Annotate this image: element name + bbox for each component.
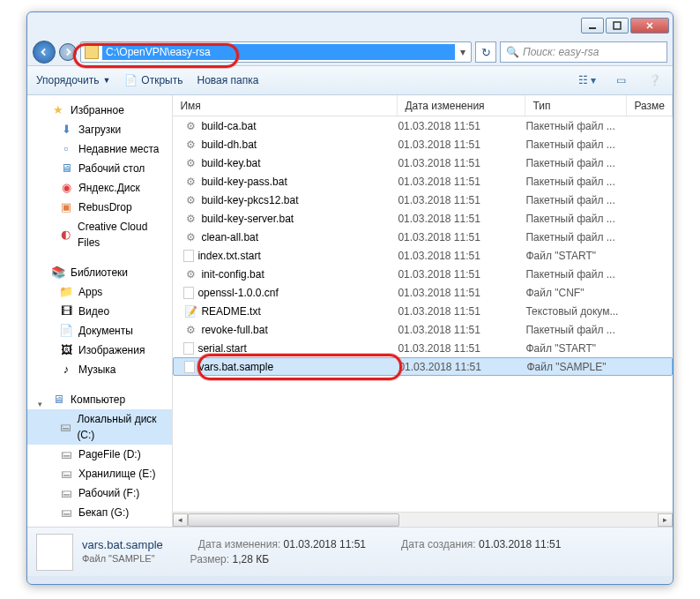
documents-icon: 📄 (59, 324, 73, 338)
newfolder-button[interactable]: Новая папка (197, 74, 258, 86)
star-icon: ★ (51, 103, 65, 117)
file-row[interactable]: 📝README.txt01.03.2018 11:51Текстовый док… (173, 302, 673, 320)
sidebar-libraries[interactable]: 📚Библиотеки (27, 263, 172, 282)
col-type[interactable]: Тип (525, 95, 627, 116)
sidebar-music[interactable]: ♪Музыка (27, 360, 172, 379)
hscrollbar[interactable]: ◂ ▸ (173, 512, 673, 527)
file-name: build-key-pass.bat (201, 176, 287, 188)
search-icon: 🔍 (506, 46, 519, 58)
address-dropdown[interactable]: ▾ (455, 46, 471, 58)
bat-file-icon: ⚙ (183, 175, 197, 189)
blank-file-icon (183, 287, 194, 299)
nav-bar: C:\OpenVPN\easy-rsa ▾ ↻ 🔍 Поиск: easy-rs… (27, 39, 673, 65)
address-bar[interactable]: C:\OpenVPN\easy-rsa ▾ (80, 41, 472, 63)
desktop-icon: 🖥 (59, 161, 73, 176)
column-headers: Имя Дата изменения Тип Разме (173, 95, 673, 116)
file-row[interactable]: ⚙build-dh.bat01.03.2018 11:51Пакетный фа… (173, 135, 673, 153)
sidebar-documents[interactable]: 📄Документы (27, 321, 172, 341)
sidebar-favorites[interactable]: ★Избранное (27, 101, 172, 120)
file-type: Пакетный файл ... (525, 231, 631, 243)
file-date: 01.03.2018 11:51 (398, 361, 526, 373)
file-row[interactable]: ⚙revoke-full.bat01.03.2018 11:51Пакетный… (173, 320, 673, 339)
file-date: 01.03.2018 11:51 (398, 268, 525, 281)
refresh-button[interactable]: ↻ (475, 41, 496, 63)
explorer-window: C:\OpenVPN\easy-rsa ▾ ↻ 🔍 Поиск: easy-rs… (26, 11, 674, 585)
svg-rect-0 (589, 27, 596, 29)
file-type: Файл "CNF" (525, 287, 631, 299)
forward-button[interactable] (59, 43, 77, 61)
file-name: README.txt (201, 305, 260, 318)
file-date: 01.03.2018 11:51 (398, 176, 525, 188)
address-text[interactable]: C:\OpenVPN\easy-rsa (102, 44, 455, 60)
sidebar-ccfiles[interactable]: ◐Creative Cloud Files (27, 217, 172, 252)
file-date: 01.03.2018 11:51 (398, 213, 525, 225)
bat-file-icon: ⚙ (183, 193, 197, 207)
scroll-left-button[interactable]: ◂ (173, 513, 188, 527)
sidebar-bdrom[interactable]: 💿Дисковод BD-ROM (I (27, 522, 172, 527)
titlebar[interactable] (27, 12, 673, 39)
file-row[interactable]: index.txt.start01.03.2018 11:51Файл "STA… (173, 246, 673, 265)
file-row[interactable]: vars.bat.sample01.03.2018 11:51Файл "SAM… (173, 357, 673, 376)
scroll-thumb[interactable] (188, 513, 399, 527)
rebusdrop-icon: ▣ (59, 200, 73, 214)
file-type: Пакетный файл ... (525, 324, 631, 336)
sidebar-rebusdrop[interactable]: ▣RebusDrop (27, 198, 172, 217)
yadisk-icon: ◉ (59, 181, 73, 195)
file-type: Пакетный файл ... (525, 213, 631, 225)
sidebar-backup[interactable]: 🖴Бекап (G:) (27, 503, 172, 522)
downloads-icon: ⬇ (59, 123, 73, 137)
sidebar-desktop[interactable]: 🖥Рабочий стол (27, 159, 172, 178)
file-row[interactable]: ⚙build-key-server.bat01.03.2018 11:51Пак… (173, 209, 673, 228)
sidebar-localdisk[interactable]: 🖴Локальный диск (C:) (27, 409, 172, 445)
back-button[interactable] (33, 41, 56, 64)
drive-icon: 🖴 (59, 486, 73, 500)
sidebar-yadisk[interactable]: ◉Яндекс.Диск (27, 178, 172, 198)
minimize-button[interactable] (581, 18, 604, 34)
sidebar-recent[interactable]: ▫Недавние места (27, 139, 172, 159)
file-date: 01.03.2018 11:51 (398, 157, 525, 169)
sidebar-work[interactable]: 🖴Рабочий (F:) (27, 483, 172, 503)
file-date: 01.03.2018 11:51 (398, 120, 525, 132)
sidebar[interactable]: ★Избранное ⬇Загрузки ▫Недавние места 🖥Ра… (27, 95, 173, 527)
file-date: 01.03.2018 11:51 (398, 287, 525, 299)
file-row[interactable]: ⚙build-key.bat01.03.2018 11:51Пакетный ф… (173, 153, 673, 172)
file-preview-icon (36, 534, 73, 571)
search-input[interactable]: 🔍 Поиск: easy-rsa (500, 41, 667, 63)
video-icon: 🎞 (59, 304, 73, 318)
sidebar-computer[interactable]: ▾🖥Компьютер (27, 390, 172, 409)
file-name: build-dh.bat (201, 139, 257, 151)
close-button[interactable] (630, 18, 669, 34)
sidebar-pictures[interactable]: 🖼Изображения (27, 341, 172, 360)
col-name[interactable]: Имя (173, 95, 398, 116)
organize-menu[interactable]: Упорядочить ▼ (36, 74, 110, 86)
open-button[interactable]: 📄Открыть (124, 74, 182, 86)
file-type: Файл "START" (525, 250, 631, 262)
file-name: serial.start (197, 342, 246, 355)
help-button[interactable]: ❔ (644, 72, 664, 88)
file-row[interactable]: ⚙build-ca.bat01.03.2018 11:51Пакетный фа… (173, 116, 673, 135)
preview-pane-button[interactable]: ▭ (611, 72, 630, 88)
file-row[interactable]: serial.start01.03.2018 11:51Файл "START" (173, 339, 673, 357)
file-row[interactable]: ⚙init-config.bat01.03.2018 11:51Пакетный… (173, 265, 673, 283)
folder-icon (85, 45, 99, 59)
col-date[interactable]: Дата изменения (398, 95, 525, 116)
file-rows[interactable]: ⚙build-ca.bat01.03.2018 11:51Пакетный фа… (173, 116, 673, 512)
view-options-button[interactable]: ☷ ▾ (577, 72, 597, 88)
file-row[interactable]: openssl-1.0.0.cnf01.03.2018 11:51Файл "C… (173, 283, 673, 302)
sidebar-apps[interactable]: 📁Apps (27, 282, 172, 302)
file-type: Файл "SAMPLE" (526, 361, 632, 373)
file-date: 01.03.2018 11:51 (398, 194, 525, 206)
sidebar-downloads[interactable]: ⬇Загрузки (27, 120, 172, 139)
file-date: 01.03.2018 11:51 (398, 342, 525, 355)
file-row[interactable]: ⚙build-key-pass.bat01.03.2018 11:51Пакет… (173, 172, 673, 191)
maximize-button[interactable] (606, 18, 629, 34)
sidebar-storage[interactable]: 🖴Хранилище (E:) (27, 464, 172, 483)
col-size[interactable]: Разме (627, 95, 673, 116)
scroll-right-button[interactable]: ▸ (658, 513, 673, 527)
drive-icon: 🖴 (59, 505, 73, 520)
sidebar-video[interactable]: 🎞Видео (27, 302, 172, 321)
file-row[interactable]: ⚙clean-all.bat01.03.2018 11:51Пакетный ф… (173, 228, 673, 246)
file-date: 01.03.2018 11:51 (398, 305, 525, 318)
file-row[interactable]: ⚙build-key-pkcs12.bat01.03.2018 11:51Пак… (173, 191, 673, 209)
sidebar-pagefile[interactable]: 🖴PageFile (D:) (27, 445, 172, 464)
